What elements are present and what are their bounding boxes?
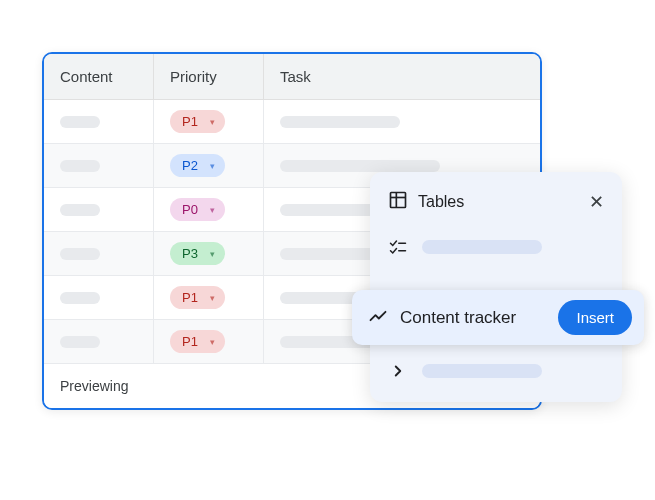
chevron-down-icon: ▾ [210, 249, 215, 259]
content-placeholder [60, 160, 100, 172]
close-icon[interactable]: ✕ [589, 191, 604, 213]
column-header-priority[interactable]: Priority [154, 54, 264, 99]
table-header-row: Content Priority Task [44, 54, 540, 100]
content-placeholder [60, 248, 100, 260]
chevron-right-icon [388, 362, 408, 380]
column-header-content[interactable]: Content [44, 54, 154, 99]
popup-item-label: Content tracker [400, 308, 546, 328]
chevron-down-icon: ▾ [210, 161, 215, 171]
chevron-down-icon: ▾ [210, 337, 215, 347]
priority-chip[interactable]: P3▾ [170, 242, 225, 265]
chevron-down-icon: ▾ [210, 117, 215, 127]
priority-chip[interactable]: P1▾ [170, 330, 225, 353]
chevron-down-icon: ▾ [210, 205, 215, 215]
content-placeholder [60, 116, 100, 128]
chevron-down-icon: ▾ [210, 293, 215, 303]
table-row[interactable]: P1▾ [44, 100, 540, 144]
tables-popup: Tables ✕ [370, 172, 622, 402]
svg-rect-0 [391, 193, 406, 208]
popup-item-placeholder [422, 240, 542, 254]
popup-item-placeholder [422, 364, 542, 378]
task-placeholder [280, 116, 400, 128]
table-icon [388, 190, 408, 214]
task-placeholder [280, 160, 440, 172]
popup-item-checklist[interactable] [370, 228, 622, 266]
priority-chip[interactable]: P1▾ [170, 110, 225, 133]
popup-item-more[interactable] [370, 352, 622, 390]
content-placeholder [60, 336, 100, 348]
priority-chip[interactable]: P2▾ [170, 154, 225, 177]
content-placeholder [60, 204, 100, 216]
column-header-task[interactable]: Task [264, 54, 540, 99]
content-placeholder [60, 292, 100, 304]
checklist-icon [388, 238, 408, 256]
insert-button[interactable]: Insert [558, 300, 632, 335]
popup-title: Tables [418, 193, 579, 211]
trend-icon [368, 306, 388, 330]
priority-chip[interactable]: P0▾ [170, 198, 225, 221]
popup-item-content-tracker[interactable]: Content tracker Insert [352, 290, 644, 345]
priority-chip[interactable]: P1▾ [170, 286, 225, 309]
